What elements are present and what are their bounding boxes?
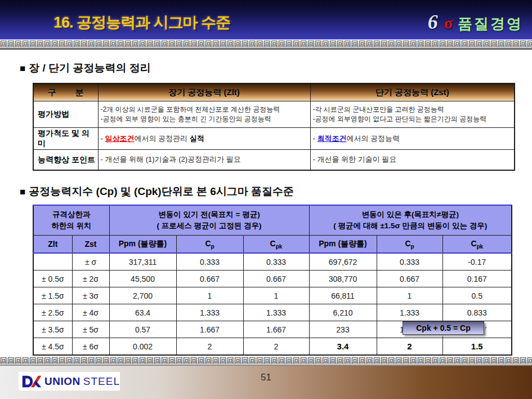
sigma-cell: 0.667 — [176, 271, 243, 287]
sigma-cell: 45,500 — [109, 271, 176, 287]
col-header-zst: Zst — [72, 236, 109, 254]
sigma-cell: ± 0.5σ — [33, 271, 72, 287]
sigma-cell: 0.333 — [243, 253, 309, 271]
section2-title: ■공정능력지수 (Cp) 및 (Cpk)단위로 본 6시그마 품질수준 — [20, 184, 532, 199]
sigma-cell: 0.333 — [176, 253, 243, 271]
sigma-cell: ± 2σ — [72, 271, 109, 287]
col-header-before-shift: 변동이 있기 전(목표치 = 평균) ( 프로세스 평균이 고정된 경우) — [109, 205, 309, 236]
sigma-cell: 2 — [243, 338, 309, 356]
page-title: 16. 공정능력과 시그마 수준 — [53, 12, 230, 33]
slide: 16. 공정능력과 시그마 수준 6 σ 품질경영 回回回回回回回回回回回回回回… — [0, 0, 532, 399]
col-header-ppm-before: Ppm (불량률) — [109, 236, 176, 254]
col-header-cp-before: Cp — [176, 236, 243, 254]
eval-table-header-row: 구 분 장기 공정능력 (Zlt) 단기 공정능력 (Zst) — [33, 83, 515, 101]
eval-table-row: 평가방법-2개 이상의 시료군을 포함하여 전체산포로 계산한 공정능력-공정에… — [33, 101, 515, 128]
sigma-cell: 233 — [309, 321, 377, 338]
sigma-cell: 0.002 — [109, 338, 176, 356]
sigma-cell: 1 — [176, 287, 243, 304]
col-header-ppm-after: Ppm (불량률) — [309, 236, 377, 254]
sigma-cell: ± 3.5σ — [33, 321, 72, 338]
sigma-cell: 3.4 — [309, 338, 377, 356]
sigma-cell: 1.5 — [442, 338, 512, 356]
sigma-cell: 1 — [243, 287, 309, 304]
sigma-cell: 1.333 — [176, 304, 243, 321]
sigma-table-row: ± σ317,3110.3330.333697,6720.333-0.17 — [33, 253, 512, 271]
sigma-icon: σ — [444, 14, 453, 32]
section1-title: ■장 / 단기 공정능력의 정리 — [20, 61, 532, 76]
square-bullet-icon: ■ — [20, 63, 25, 74]
sigma-cell: 1.667 — [243, 321, 309, 338]
shortterm-cell: - 최적조건에서의 공정능력 — [310, 128, 515, 150]
col-header-cpk-before: Cpk — [243, 236, 309, 254]
greek-key-border-top: 回回回回回回回回回回回回回回回回回回回回回回回回回回回回回回回回回回回回回回回回… — [0, 39, 532, 50]
sigma-table-group-header-row: 규격상한과 하한의 위치 변동이 있기 전(목표치 = 평균) ( 프로세스 평… — [33, 205, 512, 236]
eval-table-body: 평가방법-2개 이상의 시료군을 포함하여 전체산포로 계산한 공정능력-공정에… — [33, 101, 515, 171]
sigma-cell: 0.57 — [109, 321, 176, 338]
col-header-category: 구 분 — [33, 83, 98, 101]
eval-table-row: 평가척도 및 의미- 일상조건에서의 공정관리 실적- 최적조건에서의 공정능력 — [33, 128, 515, 150]
sigma-cell: -0.17 — [442, 253, 512, 271]
sigma-cell: 6,210 — [309, 304, 377, 321]
sigma-cell: 0.833 — [442, 304, 512, 321]
longterm-shortterm-table: 구 분 장기 공정능력 (Zlt) 단기 공정능력 (Zst) 평가방법-2개 … — [33, 83, 515, 171]
sigma-cell: 1 — [377, 287, 442, 304]
sigma-cell: 308,770 — [309, 271, 377, 287]
sigma-cell: 1.667 — [176, 321, 243, 338]
sigma-cell: 0.333 — [377, 253, 442, 271]
longterm-cell: - 일상조건에서의 공정관리 실적 — [98, 128, 310, 150]
col-header-longterm: 장기 공정능력 (Zlt) — [98, 83, 310, 101]
col-header-shortterm: 단기 공정능력 (Zst) — [310, 83, 515, 101]
longterm-cell: -2개 이상의 시료군을 포함하여 전체산포로 계산한 공정능력-공정에 외부 … — [98, 101, 310, 128]
sigma-table-row: ± 0.5σ± 2σ45,5000.6670.667308,7700.6670.… — [33, 271, 512, 287]
sigma-cell: ± 4.5σ — [33, 338, 72, 356]
sigma-cell: ± 2.5σ — [33, 304, 72, 321]
row-label: 평가척도 및 의미 — [33, 128, 98, 150]
sigma-cell: 2 — [377, 338, 442, 356]
col-header-spec-limits: 규격상한과 하한의 위치 — [33, 205, 109, 236]
logo-quality-text: 품질경영 — [458, 15, 523, 32]
sigma-cell: ± 4σ — [72, 304, 109, 321]
sigma-cell: 697,672 — [309, 253, 377, 271]
shortterm-cell: - 개선을 위한 기술이 필요 — [310, 150, 515, 171]
eval-table-row: 능력향상 포인트- 개선을 위해 (1)기술과 (2)공정관리가 필요- 개선을… — [33, 150, 515, 171]
col-header-after-shift: 변동이 있은 후(목표치≠평균) ( 평균에 대해 ±1.5σ 만큼의 변동이 … — [309, 205, 512, 236]
sigma-table-sub-header-row: Zlt Zst Ppm (불량률) Cp Cpk Ppm (불량률) Cp Cp… — [33, 236, 512, 254]
row-label: 평가방법 — [33, 101, 98, 128]
cpk-formula-badge: Cpk + 0.5 = Cp — [403, 321, 484, 335]
sigma-table-row: ± 2.5σ± 4σ63.41.3331.3336,2101.3330.833 — [33, 304, 512, 321]
sigma-cell: 0.167 — [442, 271, 512, 287]
sigma-cell: 1.333 — [377, 304, 442, 321]
col-header-zlt: Zlt — [33, 236, 72, 254]
sigma-table-body: ± σ317,3110.3330.333697,6720.333-0.17± 0… — [33, 253, 512, 355]
sigma-cell — [33, 253, 72, 271]
sigma-cell: ± 3σ — [72, 287, 109, 304]
sigma-cell: 0.5 — [442, 287, 512, 304]
sigma-cell: 63.4 — [109, 304, 176, 321]
col-header-cp-after: Cp — [377, 236, 442, 254]
section2-title-text: 공정능력지수 (Cp) 및 (Cpk)단위로 본 6시그마 품질수준 — [29, 185, 294, 197]
slide-header: 16. 공정능력과 시그마 수준 6 σ 품질경영 — [0, 0, 532, 39]
sigma-cell: ± 5σ — [72, 321, 109, 338]
shortterm-cell: -각 시료군의 군내산포만을 고려한 공정능력-공정에 외부영향이 없다고 판단… — [310, 101, 515, 128]
sigma-cell: 317,311 — [109, 253, 176, 271]
logo-six: 6 — [428, 11, 438, 33]
sigma-cell: 0.667 — [243, 271, 309, 287]
greek-key-border-bottom: 回回回回回回回回回回回回回回回回回回回回回回回回回回回回回回回回回回回回回回回回… — [0, 356, 532, 366]
slide-footer: UNION STEEL 51 — [0, 366, 532, 399]
longterm-cell: - 개선을 위해 (1)기술과 (2)공정관리가 필요 — [98, 150, 310, 171]
square-bullet-icon: ■ — [20, 187, 25, 197]
col-header-cpk-after: Cpk — [442, 236, 512, 254]
row-label: 능력향상 포인트 — [33, 150, 98, 171]
sigma-cell: 2,700 — [109, 287, 176, 304]
sigma-cell: 0.667 — [377, 271, 442, 287]
six-sigma-logo: 6 σ 품질경영 — [428, 10, 523, 34]
page-number: 51 — [0, 372, 532, 383]
sigma-cell: 1.333 — [243, 304, 309, 321]
sigma-cell: ± 6σ — [72, 338, 109, 356]
sigma-cell: ± 1.5σ — [33, 287, 72, 304]
sigma-table-row: ± 1.5σ± 3σ2,7001166,81110.5 — [33, 287, 512, 304]
sigma-cell: 66,811 — [309, 287, 377, 304]
section1-title-text: 장 / 단기 공정능력의 정리 — [29, 62, 150, 74]
sigma-cell: 2 — [176, 338, 243, 356]
sigma-cell: ± σ — [72, 253, 109, 271]
